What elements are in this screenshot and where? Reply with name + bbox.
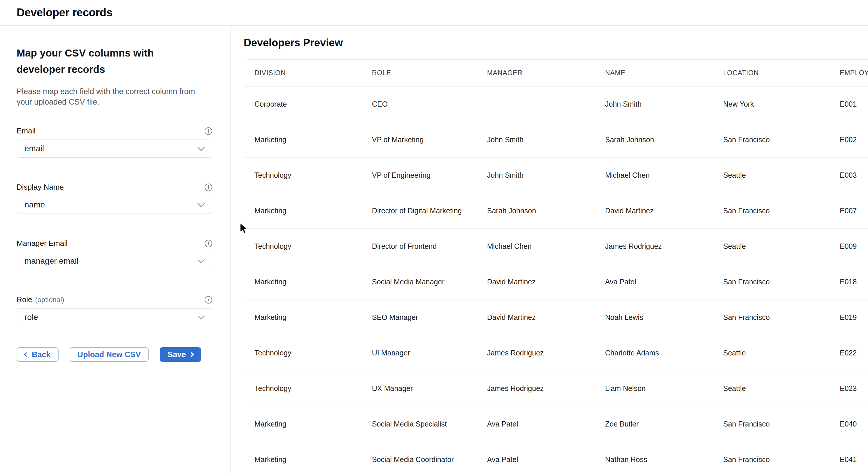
cell-id: E007 — [829, 193, 868, 228]
table-row: MarketingSocial Media CoordinatorAva Pat… — [244, 442, 868, 474]
cell-manager: David Martinez — [476, 299, 595, 335]
table-row: CorporateCEOJohn SmithNew YorkE001 — [244, 86, 868, 122]
cell-manager: Ava Patel — [476, 442, 595, 474]
cell-location: San Francisco — [713, 442, 829, 474]
cell-id: E009 — [829, 228, 868, 264]
cell-role: Social Media Manager — [362, 264, 476, 299]
table-header-row: DIVISION ROLE MANAGER NAME LOCATION EMPL… — [244, 60, 868, 86]
cell-division: Technology — [244, 157, 362, 193]
chevron-down-icon — [197, 256, 205, 263]
cell-manager: John Smith — [476, 157, 595, 193]
app-root: { "header": { "title": "Developer record… — [0, 0, 868, 474]
field-manager-email: Manager Email i manager email — [17, 239, 212, 270]
cell-location: San Francisco — [713, 264, 829, 299]
display-name-column-select[interactable]: name — [17, 196, 212, 214]
chevron-down-icon — [197, 200, 205, 207]
role-column-select[interactable]: role — [17, 308, 212, 326]
chevron-left-icon — [24, 352, 29, 357]
save-button[interactable]: Save — [160, 347, 201, 362]
cell-name: John Smith — [595, 86, 713, 122]
developers-table-card: DIVISION ROLE MANAGER NAME LOCATION EMPL… — [244, 59, 868, 474]
info-icon[interactable]: i — [205, 240, 212, 247]
cell-name: David Martinez — [595, 193, 713, 228]
cell-name: Noah Lewis — [595, 299, 713, 335]
info-icon[interactable]: i — [205, 184, 212, 191]
cell-division: Technology — [244, 371, 362, 406]
table-row: MarketingSocial Media ManagerDavid Marti… — [244, 264, 868, 299]
email-column-select[interactable]: email — [17, 139, 212, 158]
cell-division: Corporate — [244, 86, 362, 122]
table-row: MarketingSEO ManagerDavid MartinezNoah L… — [244, 299, 868, 335]
csv-mapping-panel: Map your CSV columns with developer reco… — [0, 26, 230, 474]
developers-preview-section: Developers Preview DIVISION ROLE MANAGER… — [230, 26, 868, 474]
chevron-down-icon — [197, 144, 205, 151]
info-icon[interactable]: i — [205, 296, 212, 304]
save-button-label: Save — [167, 350, 186, 359]
cell-role: SEO Manager — [362, 299, 476, 335]
cell-location: San Francisco — [713, 406, 829, 442]
column-header-manager: MANAGER — [476, 60, 595, 86]
cell-role: VP of Engineering — [362, 157, 476, 193]
cell-id: E023 — [829, 371, 868, 406]
cell-division: Marketing — [244, 442, 362, 474]
cell-name: Liam Nelson — [595, 371, 713, 406]
cell-location: Seattle — [713, 228, 829, 264]
info-icon[interactable]: i — [205, 127, 212, 135]
cell-manager: James Rodriguez — [476, 371, 595, 406]
column-header-division: DIVISION — [244, 60, 362, 86]
upload-new-csv-button[interactable]: Upload New CSV — [70, 347, 149, 362]
cell-location: Seattle — [713, 157, 829, 193]
role-optional-tag: (optional) — [35, 296, 64, 304]
panel-actions: Back Upload New CSV Save — [17, 347, 213, 362]
table-row: TechnologyDirector of FrontendMichael Ch… — [244, 228, 868, 264]
cell-id: E019 — [829, 299, 868, 335]
main-content: Map your CSV columns with developer reco… — [0, 26, 868, 474]
cell-role: UX Manager — [362, 371, 476, 406]
table-row: TechnologyVP of EngineeringJohn SmithMic… — [244, 157, 868, 193]
table-row: MarketingVP of MarketingJohn SmithSarah … — [244, 122, 868, 157]
panel-heading: Map your CSV columns with developer reco… — [17, 45, 186, 77]
manager-email-column-select[interactable]: manager email — [17, 252, 212, 270]
role-column-select-value: role — [25, 313, 38, 322]
back-button-label: Back — [32, 350, 51, 359]
cell-name: Sarah Johnson — [595, 122, 713, 157]
cell-division: Marketing — [244, 406, 362, 442]
table-row: TechnologyUI ManagerJames RodriguezCharl… — [244, 335, 868, 371]
cell-manager: David Martinez — [476, 264, 595, 299]
column-header-employee: EMPLOYEE — [829, 60, 868, 86]
table-row: TechnologyUX ManagerJames RodriguezLiam … — [244, 371, 868, 406]
cell-name: Ava Patel — [595, 264, 713, 299]
cell-division: Marketing — [244, 122, 362, 157]
cell-role: UI Manager — [362, 335, 476, 371]
table-row: MarketingSocial Media SpecialistAva Pate… — [244, 406, 868, 442]
column-header-name: NAME — [595, 60, 713, 86]
display-name-field-label: Display Name — [17, 183, 64, 192]
cell-name: Michael Chen — [595, 157, 713, 193]
cell-id: E018 — [829, 264, 868, 299]
page-title: Developer records — [17, 6, 113, 19]
field-role: Role (optional) i role — [17, 295, 212, 326]
cell-division: Marketing — [244, 193, 362, 228]
table-row: MarketingDirector of Digital MarketingSa… — [244, 193, 868, 228]
cell-id: E002 — [829, 122, 868, 157]
cell-manager: Sarah Johnson — [476, 193, 595, 228]
cell-role: Director of Frontend — [362, 228, 476, 264]
cell-manager: Ava Patel — [476, 406, 595, 442]
manager-email-field-label: Manager Email — [17, 239, 68, 248]
column-header-role: ROLE — [362, 60, 476, 86]
field-email: Email i email — [17, 126, 212, 158]
cell-location: New York — [713, 86, 829, 122]
column-header-location: LOCATION — [713, 60, 829, 86]
role-field-label: Role — [17, 295, 32, 304]
cell-name: Charlotte Adams — [595, 335, 713, 371]
cell-manager — [476, 86, 595, 122]
cell-location: Seattle — [713, 335, 829, 371]
cell-name: Zoe Butler — [595, 406, 713, 442]
cell-name: James Rodriguez — [595, 228, 713, 264]
cell-location: San Francisco — [713, 193, 829, 228]
cell-role: Director of Digital Marketing — [362, 193, 476, 228]
cell-division: Technology — [244, 228, 362, 264]
back-button[interactable]: Back — [17, 347, 59, 362]
cell-role: VP of Marketing — [362, 122, 476, 157]
chevron-down-icon — [197, 312, 205, 320]
